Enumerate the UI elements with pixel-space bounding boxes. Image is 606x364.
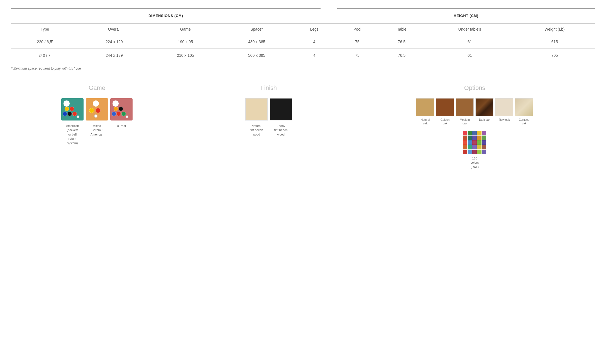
- ral-color-12: [472, 140, 477, 145]
- options-title: Options: [355, 84, 595, 92]
- game-american-image: [61, 98, 84, 120]
- game-section: Game: [11, 84, 183, 145]
- dimensions-header: DIMENSIONS (CM): [11, 14, 321, 18]
- column-header-game: Game: [150, 24, 221, 35]
- ral-color-20: [463, 150, 467, 154]
- ral-color-22: [472, 150, 477, 154]
- specs-table: TypeOverallGameSpace*LegsPoolTableUnder …: [11, 23, 595, 62]
- table-cell-r0-c1: 224 x 129: [79, 35, 150, 49]
- column-header-pool: Pool: [336, 24, 378, 35]
- table-cell-r0-c7: 61: [425, 35, 514, 49]
- ral-section: 150colors(RAL): [355, 131, 595, 169]
- ral-color-7: [472, 136, 477, 140]
- table-row: 220 / 6,5′224 x 129190 x 95480 x 3854757…: [11, 35, 595, 49]
- table-cell-r0-c2: 190 x 95: [150, 35, 221, 49]
- table-cell-r1-c5: 75: [336, 49, 378, 62]
- finish-swatch-ebony: [270, 98, 292, 120]
- game-label-mixed: MixedCarom /American: [86, 124, 108, 145]
- game-title: Game: [11, 84, 183, 92]
- ral-color-15: [463, 145, 467, 149]
- ral-grid: [463, 131, 486, 154]
- table-cell-r1-c3: 500 x 395: [221, 49, 292, 62]
- table-cell-r1-c7: 61: [425, 49, 514, 62]
- option-raw-oak: Raw oak: [495, 98, 513, 125]
- game-label-american: American(pocketsor ballreturnsystem): [61, 124, 84, 145]
- game-labels: American(pocketsor ballreturnsystem) Mix…: [11, 124, 183, 145]
- column-header-under-table-s: Under table's: [425, 24, 514, 35]
- column-header-weight--lb-: Weight (Lb): [514, 24, 595, 35]
- finish-title: Finish: [183, 84, 354, 92]
- finish-swatch-natural: [245, 98, 268, 120]
- table-row: 240 / 7′244 x 139210 x 105500 x 39547576…: [11, 49, 595, 62]
- column-header-overall: Overall: [79, 24, 150, 35]
- table-cell-r1-c0: 240 / 7′: [11, 49, 79, 62]
- ral-color-8: [477, 136, 482, 140]
- table-cell-r0-c0: 220 / 6,5′: [11, 35, 79, 49]
- column-header-space-: Space*: [221, 24, 292, 35]
- ral-color-18: [477, 145, 482, 149]
- column-header-table: Table: [378, 24, 425, 35]
- finish-label-ebony: Ebonytint beechwood: [270, 124, 292, 137]
- ral-color-6: [468, 136, 472, 140]
- table-cell-r1-c4: 4: [292, 49, 336, 62]
- ral-color-19: [482, 145, 486, 149]
- ral-color-4: [482, 131, 486, 135]
- column-header-type: Type: [11, 24, 79, 35]
- ral-color-5: [463, 136, 467, 140]
- ral-color-17: [472, 145, 477, 149]
- height-header: HEIGHT (CM): [337, 14, 595, 18]
- table-cell-r0-c5: 75: [336, 35, 378, 49]
- option-medium-oak: Mediumoak: [456, 98, 474, 125]
- table-cell-r1-c1: 244 x 139: [79, 49, 150, 62]
- footnote: * Minimum space required to play with 4,…: [11, 67, 595, 70]
- ral-color-2: [472, 131, 477, 135]
- ral-color-11: [468, 140, 472, 145]
- option-dark-oak: Dark oak: [475, 98, 493, 125]
- options-swatches: Naturaloak Goldenoak Mediumoak Dark oak …: [355, 98, 595, 125]
- finish-label-natural: Naturaltint beechwood: [245, 124, 268, 137]
- column-header-legs: Legs: [292, 24, 336, 35]
- ral-color-16: [468, 145, 472, 149]
- options-section: Options Naturaloak Goldenoak Mediumoak D…: [355, 84, 595, 169]
- ral-color-10: [463, 140, 467, 145]
- ral-color-14: [482, 140, 486, 145]
- table-cell-r1-c8: 705: [514, 49, 595, 62]
- ral-color-13: [477, 140, 482, 145]
- ral-color-9: [482, 136, 486, 140]
- option-cerused-oak: Cerusedoak: [515, 98, 533, 125]
- ral-color-21: [468, 150, 472, 154]
- table-cell-r0-c4: 4: [292, 35, 336, 49]
- finish-section: Finish Naturaltint beechwood Ebonytint b…: [183, 84, 354, 137]
- option-golden-oak: Goldenoak: [436, 98, 454, 125]
- game-images: [11, 98, 183, 120]
- table-cell-r0-c6: 76,5: [378, 35, 425, 49]
- ral-color-1: [468, 131, 472, 135]
- table-cell-r1-c6: 76,5: [378, 49, 425, 62]
- game-8pool-image: [110, 98, 133, 120]
- finish-labels: Naturaltint beechwood Ebonytint beechwoo…: [183, 124, 354, 137]
- ral-color-24: [482, 150, 486, 154]
- game-mixed-image: [86, 98, 108, 120]
- finish-swatches: [183, 98, 354, 120]
- option-natural-oak: Naturaloak: [416, 98, 434, 125]
- table-cell-r0-c3: 480 x 385: [221, 35, 292, 49]
- ral-color-3: [477, 131, 482, 135]
- ral-color-23: [477, 150, 482, 154]
- ral-color-0: [463, 131, 467, 135]
- table-cell-r1-c2: 210 x 105: [150, 49, 221, 62]
- ral-label: 150colors(RAL): [471, 156, 479, 169]
- table-cell-r0-c8: 615: [514, 35, 595, 49]
- game-label-8pool: 8 Pool: [110, 124, 133, 145]
